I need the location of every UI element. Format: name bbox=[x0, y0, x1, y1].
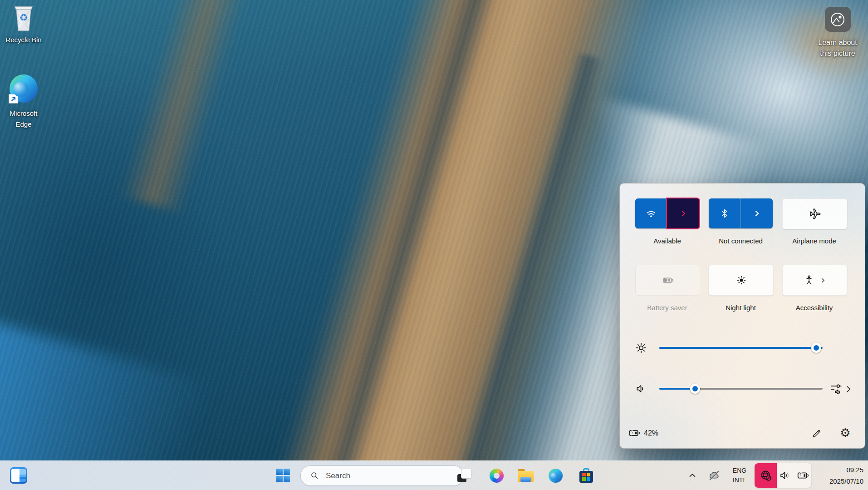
edit-quick-settings-button[interactable] bbox=[809, 427, 823, 441]
night-light-icon bbox=[735, 274, 748, 287]
recycle-bin-icon: ♻ bbox=[3, 4, 44, 32]
speaker-waves-icon bbox=[779, 469, 792, 482]
tray-clock[interactable]: 09:25 2025/07/10 bbox=[829, 464, 863, 487]
language-line2: INTL bbox=[733, 475, 746, 485]
taskbar: ENG INTL bbox=[0, 460, 868, 490]
tray-onedrive-button[interactable] bbox=[707, 468, 721, 483]
airplane-icon bbox=[808, 207, 822, 221]
taskbar-edge-button[interactable] bbox=[547, 468, 564, 483]
microsoft-store-icon bbox=[579, 468, 593, 483]
chevron-right-icon bbox=[752, 208, 762, 218]
battery-saver-tile-label: Battery saver bbox=[635, 303, 699, 312]
desktop-icon-label-line2: this picture bbox=[817, 48, 858, 59]
desktop: ♻ Recycle Bin Microsoft Edge bbox=[0, 0, 868, 490]
globe-no-internet-icon bbox=[759, 469, 773, 482]
search-icon bbox=[310, 471, 319, 480]
accessibility-tile[interactable] bbox=[782, 265, 847, 296]
pencil-icon bbox=[811, 428, 822, 439]
wifi-tile[interactable] bbox=[635, 198, 699, 228]
brightness-fill bbox=[659, 347, 816, 349]
brightness-icon bbox=[633, 340, 649, 356]
gear-icon: ⚙ bbox=[840, 427, 850, 439]
wifi-icon bbox=[645, 208, 657, 219]
airplane-mode-tile-label: Airplane mode bbox=[782, 237, 846, 246]
battery-charging-icon bbox=[796, 469, 809, 482]
night-light-tile-label: Night light bbox=[709, 303, 773, 312]
svg-text:♻: ♻ bbox=[19, 12, 28, 23]
chevron-right-icon bbox=[678, 208, 688, 218]
taskbar-file-explorer-button[interactable] bbox=[517, 468, 534, 483]
accessibility-tile-label: Accessibility bbox=[782, 303, 846, 312]
network-status-button[interactable] bbox=[755, 463, 777, 488]
taskbar-task-view-button[interactable] bbox=[456, 468, 473, 483]
desktop-icon-label-line2: Edge bbox=[3, 119, 44, 130]
tray-volume-button[interactable] bbox=[777, 463, 794, 488]
brightness-slider[interactable] bbox=[659, 347, 823, 349]
wifi-tile-label: Available bbox=[635, 237, 699, 246]
bluetooth-tile[interactable] bbox=[709, 198, 773, 228]
volume-slider[interactable] bbox=[659, 388, 823, 390]
desktop-icon-microsoft-edge[interactable]: Microsoft Edge bbox=[3, 74, 44, 130]
clock-time: 09:25 bbox=[829, 464, 863, 475]
bluetooth-tile-label: Not connected bbox=[709, 237, 773, 246]
search-input[interactable] bbox=[325, 471, 436, 481]
desktop-icon-learn-about-picture[interactable]: Learn about this picture bbox=[817, 5, 858, 59]
windows-logo-icon bbox=[276, 469, 290, 483]
audio-mixer-icon bbox=[829, 382, 843, 396]
taskbar-copilot-button[interactable] bbox=[488, 468, 505, 483]
speaker-icon bbox=[635, 382, 647, 395]
tray-show-hidden-icons-button[interactable] bbox=[687, 469, 698, 482]
shortcut-arrow-icon bbox=[9, 94, 18, 104]
picture-info-icon bbox=[825, 7, 851, 32]
volume-mute-button[interactable] bbox=[633, 381, 649, 396]
language-line1: ENG bbox=[733, 466, 746, 475]
battery-saver-icon bbox=[662, 274, 674, 287]
widgets-icon bbox=[11, 469, 26, 482]
file-explorer-icon bbox=[518, 469, 534, 482]
widgets-button[interactable] bbox=[10, 467, 27, 484]
start-button[interactable] bbox=[275, 467, 292, 484]
chevron-up-icon bbox=[687, 470, 697, 480]
taskbar-store-button[interactable] bbox=[578, 468, 594, 483]
copilot-icon bbox=[487, 466, 505, 484]
night-light-tile[interactable] bbox=[709, 265, 774, 296]
edge-icon bbox=[549, 469, 563, 483]
battery-saver-tile bbox=[635, 265, 700, 296]
tray-quick-settings-button[interactable] bbox=[755, 463, 811, 488]
sound-output-button[interactable] bbox=[829, 382, 858, 396]
chevron-right-icon bbox=[819, 277, 826, 284]
battery-percent-label: 42% bbox=[644, 429, 658, 437]
airplane-mode-tile[interactable] bbox=[782, 198, 847, 229]
wifi-toggle[interactable] bbox=[635, 198, 667, 228]
volume-thumb[interactable] bbox=[690, 384, 700, 394]
tray-battery-button[interactable] bbox=[794, 463, 811, 488]
clock-date: 2025/07/10 bbox=[829, 475, 863, 487]
chevron-right-icon bbox=[844, 385, 853, 394]
taskbar-search[interactable] bbox=[300, 465, 464, 486]
tray-language-button[interactable]: ENG INTL bbox=[728, 465, 751, 485]
desktop-icon-recycle-bin[interactable]: ♻ Recycle Bin bbox=[3, 4, 44, 45]
desktop-icon-label: Recycle Bin bbox=[3, 35, 44, 45]
battery-status[interactable]: 42% bbox=[628, 427, 658, 439]
brightness-thumb[interactable] bbox=[811, 343, 821, 353]
task-view-icon bbox=[457, 469, 472, 482]
quick-settings-panel: Available Not connected Airplane mode bbox=[619, 183, 865, 449]
bluetooth-toggle[interactable] bbox=[709, 198, 740, 228]
bluetooth-expand[interactable] bbox=[740, 198, 773, 228]
edge-logo-icon bbox=[3, 74, 44, 103]
open-settings-button[interactable]: ⚙ bbox=[839, 426, 852, 440]
desktop-icon-label-line1: Learn about bbox=[817, 37, 858, 48]
wifi-expand[interactable] bbox=[667, 198, 699, 228]
accessibility-icon bbox=[803, 274, 815, 286]
bluetooth-icon bbox=[719, 208, 730, 219]
battery-charging-icon bbox=[628, 427, 640, 439]
onedrive-cloud-slash-icon bbox=[707, 469, 721, 482]
desktop-icon-label-line1: Microsoft bbox=[3, 108, 44, 119]
